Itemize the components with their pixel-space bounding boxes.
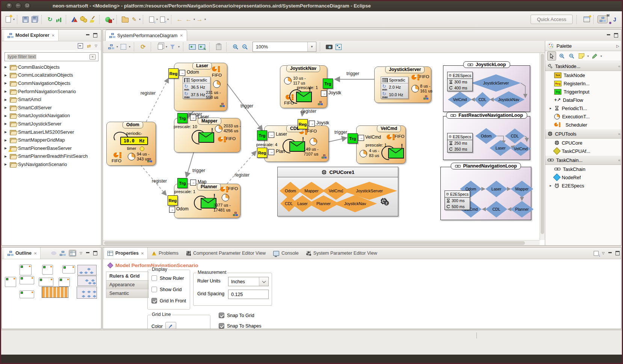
- filter-icon[interactable]: [168, 42, 177, 51]
- run-dropdown-icon[interactable]: ▾: [113, 18, 114, 21]
- tree-item[interactable]: ▶SmartPlannerBreadthFirstSearch: [2, 153, 101, 161]
- tab-problems[interactable]: Problems: [148, 248, 182, 259]
- snap-to-shapes-checkbox[interactable]: [219, 323, 224, 329]
- tab-outline[interactable]: Outline✕: [4, 248, 41, 259]
- last-edit-location-icon[interactable]: ←: [175, 15, 184, 24]
- minimize-icon[interactable]: [608, 251, 612, 255]
- canvas-vertical-scrollbar[interactable]: [540, 53, 545, 240]
- view-menu-icon[interactable]: ▽: [80, 251, 82, 255]
- expand-icon[interactable]: ▶: [5, 130, 8, 134]
- annotation-dropdown-icon[interactable]: ▾: [600, 54, 602, 58]
- run-button[interactable]: [104, 15, 112, 24]
- save-all-button[interactable]: [30, 15, 39, 24]
- tree-item[interactable]: ▶SmartJoystickNavigation: [2, 112, 101, 120]
- profiling-icon[interactable]: [55, 15, 63, 24]
- note-tool-icon[interactable]: [577, 52, 585, 60]
- palette-item[interactable]: TaskTaskNode: [545, 71, 621, 79]
- tab-system-parameter-editor[interactable]: System Parameter Editor View: [303, 248, 381, 259]
- annotation-tool-icon[interactable]: [590, 52, 599, 60]
- task-node-joysticknav[interactable]: JoystickNav 10 us -117 us prescale: 1 ! …: [280, 65, 327, 108]
- sirius-icon[interactable]: [70, 15, 79, 24]
- combo-dropdown-icon[interactable]: [259, 277, 268, 286]
- expand-icon[interactable]: ▶: [5, 65, 8, 69]
- expand-icon[interactable]: ▶: [5, 155, 8, 158]
- collapse-palette-icon[interactable]: ▷: [616, 44, 619, 48]
- new-wizard-button[interactable]: [4, 15, 12, 24]
- minimize-icon[interactable]: [86, 33, 90, 38]
- collapse-all-icon[interactable]: [78, 43, 83, 48]
- palette-item[interactable]: RegRegisterIn...: [545, 79, 621, 88]
- clear-filter-icon[interactable]: ×: [89, 54, 96, 60]
- tab-rulers-grid[interactable]: Rulers & Grid: [106, 272, 149, 281]
- modeling-perspective-button[interactable]: M: [597, 15, 608, 23]
- tree-item[interactable]: ▶CommLocalizationObjects: [2, 71, 101, 80]
- cpu-core-box[interactable]: CPUCore1 2 OdomMapperVelCmdJoystickServe…: [277, 167, 398, 216]
- expand-icon[interactable]: ▶: [5, 98, 8, 101]
- trigger-port[interactable]: Trg: [177, 113, 188, 123]
- register-port[interactable]: Reg: [168, 68, 178, 79]
- expand-icon[interactable]: ▶: [5, 163, 8, 166]
- diagram-canvas[interactable]: trigger trigger trigger trigger trigger …: [103, 53, 540, 240]
- register-port[interactable]: Reg: [168, 195, 178, 205]
- close-icon[interactable]: ✕: [51, 33, 54, 38]
- back-icon[interactable]: ←: [184, 15, 193, 24]
- expand-icon[interactable]: ▶: [5, 82, 8, 85]
- tree-item[interactable]: ▶SmartPioneerBaseServer: [2, 144, 101, 153]
- outline-mode-icon[interactable]: [51, 251, 56, 255]
- new-dropdown-icon[interactable]: ▾: [13, 18, 15, 21]
- refresh-icon[interactable]: ⟳: [139, 42, 147, 51]
- tree-item[interactable]: ▶SmartLaserLMS200Server: [2, 128, 101, 136]
- expand-icon[interactable]: ▶: [5, 122, 8, 125]
- task-chain-loop[interactable]: PlannedNavigationLoopE2ESpecs300 ms500 m…: [440, 167, 531, 220]
- register-port[interactable]: Reg: [298, 119, 308, 129]
- zoom-level-select[interactable]: 100%▼: [253, 42, 316, 52]
- minimize-icon[interactable]: [86, 251, 90, 255]
- register-port[interactable]: Reg: [257, 148, 267, 158]
- tree-item[interactable]: ▶PerformNavigationScenario: [2, 88, 101, 96]
- previous-annotation-dropdown-icon[interactable]: ▾: [167, 18, 169, 21]
- palette-item[interactable]: CPUCore: [545, 139, 621, 147]
- tab-properties[interactable]: Properties✕: [104, 248, 148, 259]
- palette-group[interactable]: TaskChain...«: [545, 155, 621, 165]
- forward-icon[interactable]: →: [195, 15, 204, 24]
- back-dropdown-icon[interactable]: ▾: [194, 18, 195, 21]
- show-diagram-icon[interactable]: [334, 42, 343, 51]
- minimize-window-icon[interactable]: —: [15, 3, 21, 9]
- tab-console[interactable]: Console: [270, 248, 302, 259]
- palette-item[interactable]: TaskCPUAf...: [545, 147, 621, 155]
- task-node-planner[interactable]: Planner Trg → Map prescale: 1 Reg → Odom…: [174, 184, 240, 218]
- tab-system-performance-diagram[interactable]: SystemPerformanceDiagram✕: [105, 30, 187, 41]
- paste-icon[interactable]: [215, 42, 223, 51]
- grid-spacing-input[interactable]: 0.125: [228, 290, 269, 299]
- trigger-port[interactable]: Trg: [348, 133, 358, 143]
- zoom-in-icon[interactable]: [231, 42, 240, 51]
- pin-view-icon[interactable]: [594, 251, 599, 256]
- next-annotation-dropdown-icon[interactable]: ▾: [156, 18, 158, 21]
- task-node-mapper[interactable]: Mapper Trg → Laser prescale: 10 ! 2033 u…: [174, 118, 240, 153]
- tree-item[interactable]: ▶CommNavigationObjects: [2, 79, 101, 88]
- snap-to-grid-checkbox[interactable]: [219, 313, 224, 318]
- synchronize-icon[interactable]: ↻: [46, 15, 54, 24]
- palette-item[interactable]: +↗DataFlow: [545, 96, 621, 104]
- show-grid-checkbox[interactable]: [151, 287, 157, 292]
- copy-dropdown-icon[interactable]: ▾: [166, 45, 167, 48]
- close-icon[interactable]: ✕: [34, 251, 37, 255]
- palette-group[interactable]: CPUTools«: [545, 129, 621, 139]
- task-chain-loop[interactable]: JoystickLoopE2ESpecs300 ms400 msJoystick…: [443, 65, 530, 112]
- copy-icon[interactable]: [156, 42, 164, 51]
- trigger-port[interactable]: Trg: [257, 130, 267, 140]
- tree-outline-icon[interactable]: [60, 251, 65, 256]
- close-icon[interactable]: ✕: [180, 33, 183, 38]
- trigger-port[interactable]: Trg: [323, 79, 333, 89]
- expand-icon[interactable]: ▶: [5, 106, 8, 109]
- export-image-icon[interactable]: [188, 42, 197, 51]
- close-window-icon[interactable]: ✕: [6, 3, 12, 9]
- quick-access-button[interactable]: Quick Access: [531, 15, 573, 24]
- tab-model-explorer[interactable]: Model Explorer✕: [4, 30, 59, 41]
- build-gears-icon[interactable]: [79, 15, 88, 24]
- marker-icon[interactable]: ✎: [130, 15, 138, 24]
- canvas-horizontal-scrollbar[interactable]: [103, 240, 540, 246]
- layout-icon[interactable]: [107, 42, 115, 51]
- maximize-icon[interactable]: [615, 251, 620, 255]
- outline-thumbnail[interactable]: [2, 259, 101, 329]
